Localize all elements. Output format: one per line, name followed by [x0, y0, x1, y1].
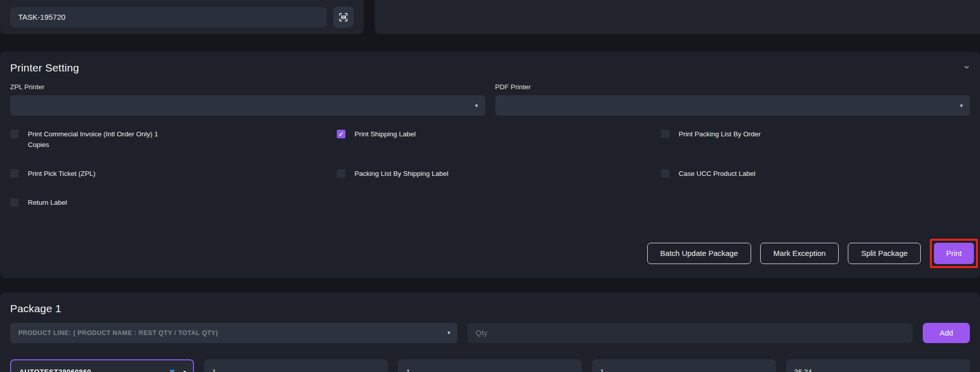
checkbox-label: Print Commecial Invoice (Intl Order Only… [28, 129, 171, 151]
package-add-row: PRODUCT LINE: ( PRODUCT NAME : REST QTY … [10, 323, 970, 343]
action-buttons-row: Batch Update Package Mark Exception Spli… [10, 239, 970, 268]
pdf-printer-field: PDF Printer ▾ [495, 83, 970, 116]
chevron-down-icon[interactable]: ⌄ [962, 60, 971, 70]
checkbox-box[interactable]: ✓ [337, 130, 345, 138]
batch-update-package-button[interactable]: Batch Update Package [647, 243, 751, 264]
checkbox-print-shipping-label[interactable]: ✓ Print Shipping Label [337, 129, 661, 151]
pdf-printer-label: PDF Printer [495, 83, 970, 91]
task-number-input[interactable] [10, 7, 327, 27]
check-icon: ✓ [338, 131, 343, 137]
top-bar [0, 0, 980, 34]
checkbox-box[interactable]: ✓ [10, 169, 19, 178]
printer-setting-panel: Printer Setting ⌄ ZPL Printer ▾ PDF Prin… [0, 52, 980, 278]
package-title: Package 1 [10, 303, 970, 315]
checkbox-return-label[interactable]: ✓ Return Label [10, 198, 337, 208]
line-qty-input-1[interactable] [204, 359, 388, 372]
caret-down-icon: ▾ [447, 329, 450, 336]
product-item-select[interactable]: AUTOTEST28060860 ✖ ▾ [10, 359, 194, 372]
print-options-grid: ✓ Print Commecial Invoice (Intl Order On… [10, 129, 970, 227]
mark-exception-button[interactable]: Mark Exception [760, 243, 839, 264]
printer-setting-title: Printer Setting [10, 62, 970, 74]
checkbox-label: Case UCC Product Label [679, 169, 756, 179]
printer-selects: ZPL Printer ▾ PDF Printer ▾ [10, 83, 970, 116]
split-package-button[interactable]: Split Package [848, 243, 921, 264]
add-button[interactable]: Add [923, 323, 970, 343]
pdf-printer-select[interactable]: ▾ [495, 95, 970, 116]
product-line-placeholder: PRODUCT LINE: ( PRODUCT NAME : REST QTY … [18, 329, 218, 337]
annotation-highlight-box: Print [930, 239, 978, 268]
checkbox-print-commercial-invoice[interactable]: ✓ Print Commecial Invoice (Intl Order On… [10, 129, 337, 151]
line-qty-input-2[interactable] [398, 359, 582, 372]
zpl-printer-label: ZPL Printer [10, 83, 485, 91]
caret-down-icon: ▾ [475, 102, 478, 109]
clear-icon[interactable]: ✖ [169, 368, 175, 372]
checkbox-box[interactable]: ✓ [661, 130, 670, 138]
checkbox-box[interactable]: ✓ [661, 169, 670, 178]
barcode-scan-button[interactable] [333, 7, 354, 28]
caret-down-icon: ▾ [960, 102, 963, 109]
line-weight-input[interactable] [786, 359, 970, 372]
print-button[interactable]: Print [934, 243, 974, 264]
checkbox-label: Print Pick Ticket (ZPL) [28, 169, 96, 179]
checkbox-box[interactable]: ✓ [337, 169, 345, 178]
zpl-printer-field: ZPL Printer ▾ [10, 83, 485, 116]
checkbox-print-packing-list-by-order[interactable]: ✓ Print Packing List By Order [661, 129, 970, 151]
package-line-row: AUTOTEST28060860 ✖ ▾ [10, 359, 970, 372]
package-panel: Package 1 PRODUCT LINE: ( PRODUCT NAME :… [0, 292, 980, 372]
checkbox-box[interactable]: ✓ [10, 198, 19, 207]
checkbox-case-ucc-product-label[interactable]: ✓ Case UCC Product Label [661, 169, 970, 179]
caret-down-icon: ▾ [183, 369, 186, 372]
line-qty-input-3[interactable] [592, 359, 776, 372]
barcode-scan-icon [338, 12, 349, 23]
qty-input[interactable] [467, 323, 913, 343]
product-item-value: AUTOTEST28060860 [19, 368, 169, 372]
checkbox-print-pick-ticket-zpl[interactable]: ✓ Print Pick Ticket (ZPL) [10, 169, 337, 179]
checkbox-label: Return Label [28, 198, 67, 208]
product-line-select[interactable]: PRODUCT LINE: ( PRODUCT NAME : REST QTY … [10, 323, 457, 343]
checkbox-label: Packing List By Shipping Label [355, 169, 448, 179]
top-bar-right-panel [375, 0, 980, 34]
zpl-printer-select[interactable]: ▾ [10, 95, 485, 116]
checkbox-packing-list-by-shipping-label[interactable]: ✓ Packing List By Shipping Label [337, 169, 661, 179]
checkbox-box[interactable]: ✓ [10, 130, 19, 138]
task-scan-card [0, 0, 364, 34]
checkbox-label: Print Packing List By Order [679, 129, 761, 140]
checkbox-label: Print Shipping Label [355, 129, 416, 140]
